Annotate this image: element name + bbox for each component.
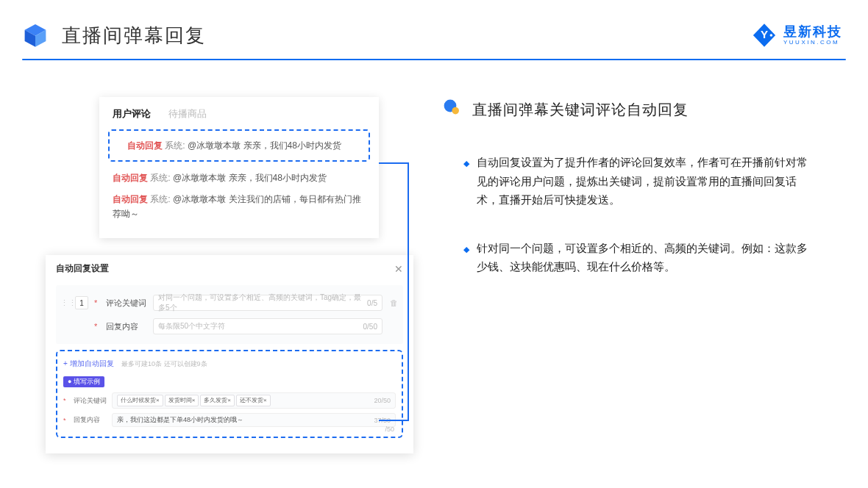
brand-name-cn: 昱新科技 [783, 25, 842, 40]
svg-text:Y: Y [761, 28, 768, 40]
example-highlight: + 增加自动回复 最多可建10条 还可以创建9条 ● 填写示例 * 评论关键词 … [56, 350, 403, 438]
keyword-input[interactable]: 对同一个问题，可设置多个相近、高频的关键词，Tag确定，最多5个 0/5 [153, 295, 383, 311]
auto-reply-badge: 自动回复 [113, 173, 148, 183]
auto-reply-badge: 自动回复 [127, 140, 163, 151]
keyword-row: ⋮⋮ 1 * 评论关键词 对同一个问题，可设置多个相近、高频的关键词，Tag确定… [60, 291, 399, 315]
page-title: 直播间弹幕回复 [62, 23, 206, 49]
diamond-icon: ◆ [463, 243, 469, 276]
add-hint: 最多可建10条 还可以创建9条 [121, 360, 207, 367]
cube-icon [22, 22, 49, 49]
overflow-count: /50 [385, 426, 394, 433]
settings-panel-title: 自动回复设置 [56, 262, 109, 275]
section-title: 直播间弹幕关键词评论自动回复 [472, 100, 689, 120]
comment-panel: 用户评论 待播商品 自动回复 系统: @冰墩墩本墩 亲亲，我们48小时内发货 自… [99, 97, 379, 238]
row-index: 1 [75, 296, 88, 309]
explanation-panel: 直播间弹幕关键词评论自动回复 ◆ 自动回复设置为了提升作者的评论回复效率，作者可… [397, 97, 809, 306]
chat-bubble-icon [441, 97, 463, 122]
screenshot-illustration: 用户评论 待播商品 自动回复 系统: @冰墩墩本墩 亲亲，我们48小时内发货 自… [22, 97, 397, 306]
auto-reply-badge: 自动回复 [113, 194, 148, 204]
diamond-icon: ◆ [463, 157, 469, 209]
brand-logo: Y 昱新科技 YUUXIN.COM [751, 22, 842, 49]
drag-handle-icon[interactable]: ⋮⋮ [60, 298, 69, 308]
tab-user-comments[interactable]: 用户评论 [113, 107, 151, 121]
bullet-1: ◆ 自动回复设置为了提升作者的评论回复效率，作者可在开播前针对常见的评论用户问题… [463, 153, 809, 209]
bullet-2: ◆ 针对同一个问题，可设置多个相近的、高频的关键词。例如：这款多少钱、这块能优惠… [463, 239, 809, 276]
close-icon[interactable]: ✕ [394, 263, 403, 275]
svg-point-5 [770, 34, 773, 37]
example-keyword-input[interactable]: 什么时候发货× 发货时间× 多久发货× 还不发货× 20/50 [112, 392, 396, 409]
example-badge: ● 填写示例 [63, 376, 104, 387]
brand-name-en: YUUXIN.COM [783, 40, 842, 46]
reply-input[interactable]: 每条限50个中文字符 0/50 [153, 318, 383, 334]
svg-point-7 [452, 107, 459, 115]
tab-pending-goods[interactable]: 待播商品 [168, 107, 207, 121]
reply-content-row: * 回复内容 每条限50个中文字符 0/50 [60, 315, 399, 338]
brand-icon: Y [751, 22, 778, 49]
page-header: 直播间弹幕回复 [0, 0, 868, 56]
delete-icon[interactable]: 🗑 [388, 298, 399, 307]
add-auto-reply-link[interactable]: + 增加自动回复 [63, 359, 114, 367]
auto-reply-settings-panel: 自动回复设置 ✕ ⋮⋮ 1 * 评论关键词 对同一个问题，可设置多个相近、高频的… [46, 255, 413, 453]
highlighted-comment: 自动回复 系统: @冰墩墩本墩 亲亲，我们48小时内发货 [108, 129, 370, 162]
example-reply-input[interactable]: 亲，我们这边都是下单48小时内发货的哦～ 37/50 [112, 413, 396, 427]
